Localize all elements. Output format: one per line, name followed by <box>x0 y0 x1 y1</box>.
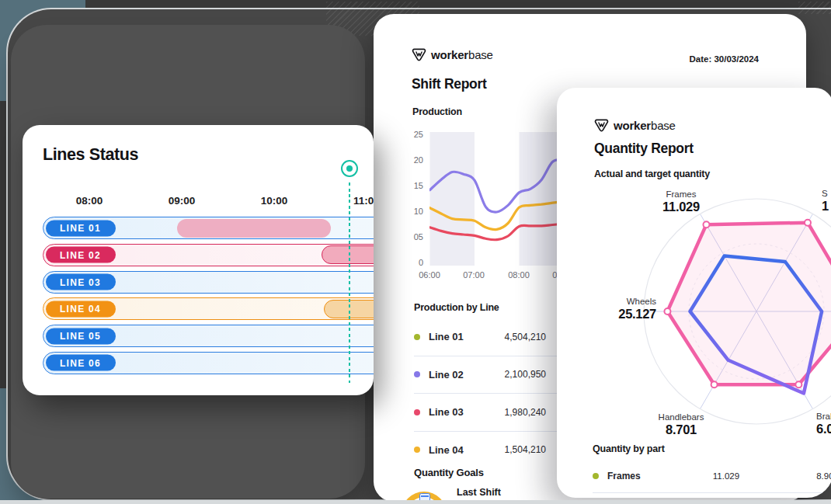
now-marker-line <box>349 182 350 383</box>
line-row[interactable]: LINE 02 <box>43 244 374 266</box>
radar-subtitle: Actual and target quantity <box>594 169 710 179</box>
report-date: Date: 30/03/2024 <box>689 54 759 64</box>
quantity-radar-chart <box>628 183 831 440</box>
y-axis-tick: 10 <box>403 207 423 216</box>
line-name: Line 03 <box>429 406 464 418</box>
part-name: Frames <box>607 471 641 481</box>
line-label-pill: LINE 05 <box>46 328 116 344</box>
workerbase-logo: workerbase <box>412 48 493 61</box>
series-dot <box>414 447 420 453</box>
line-label-pill: LINE 02 <box>46 247 116 263</box>
workerbase-logo-icon <box>412 48 426 61</box>
radar-axis-brakes: Brak 6.0 <box>816 412 831 436</box>
production-by-line-heading: Production by Line <box>414 302 499 313</box>
line-label-pill: LINE 06 <box>46 355 116 371</box>
line-row[interactable]: LINE 03 <box>43 271 374 294</box>
line-value: 1,504,210 <box>505 444 546 455</box>
production-by-line-row[interactable]: Line 014,504,210 <box>414 318 566 356</box>
line-value: 2,100,950 <box>505 369 546 380</box>
production-by-line-row[interactable]: Line 031,980,240 <box>414 394 566 432</box>
line-row[interactable]: LINE 06 <box>43 352 374 374</box>
radar-axis-frames: Frames 11.029 <box>638 189 724 214</box>
page-title: Lines Status <box>43 145 138 165</box>
divider <box>593 492 831 493</box>
radar-axis-wheels: Wheels 25.127 <box>571 297 656 322</box>
shift-report-title: Shift Report <box>412 76 487 92</box>
x-axis-tick: 08:00 <box>502 270 536 280</box>
x-axis-tick: 06:00 <box>412 270 447 280</box>
workerbase-logo-text: workerbase <box>614 119 676 132</box>
gauge-label: Last Shift <box>457 487 501 498</box>
workerbase-logo: workerbase <box>594 119 676 132</box>
series-dot <box>593 473 599 479</box>
line-name: Line 01 <box>429 331 464 342</box>
line-label-pill: LINE 03 <box>46 274 116 290</box>
quantity-report-card: workerbase Quantity Report Actual and ta… <box>557 88 831 498</box>
production-heading: Production <box>412 106 462 117</box>
x-axis-tick: 07:00 <box>457 270 491 280</box>
time-axis-label: 10:00 <box>251 195 297 207</box>
line-value: 4,504,210 <box>505 332 546 342</box>
status-block[interactable] <box>177 219 331 238</box>
now-marker[interactable] <box>341 160 358 177</box>
time-axis-label: 09:00 <box>158 195 205 207</box>
production-by-line-row[interactable]: Line 041,504,210 <box>414 432 566 469</box>
quantity-report-title: Quantity Report <box>594 141 694 157</box>
part-target-value: 8.900 <box>779 471 831 481</box>
bottom-edge-strip <box>0 500 831 504</box>
quantity-goals-heading: Quantity Goals <box>414 467 484 478</box>
y-axis-tick: 0 <box>403 258 423 267</box>
series-dot <box>414 371 420 377</box>
line-value: 1,980,240 <box>505 407 546 418</box>
hatch-texture <box>798 2 831 14</box>
line-rows: LINE 01LINE 02LINE 03LINE 04LINE 05LINE … <box>43 217 374 374</box>
production-line-chart <box>429 132 573 272</box>
quantity-by-part-heading: Quantity by part <box>593 443 665 454</box>
lines-status-card: Lines Status 08:00 09:00 10:00 11:00 LIN… <box>23 125 374 395</box>
line-row[interactable]: LINE 04 <box>43 297 374 320</box>
y-axis-tick: 20 <box>403 155 423 165</box>
y-axis-tick: 25 <box>403 130 423 139</box>
y-axis-tick: 15 <box>403 181 423 190</box>
line-label-pill: LINE 01 <box>46 220 116 236</box>
time-axis-label: 11:00 <box>343 195 374 207</box>
y-axis-tick: 05 <box>403 232 423 242</box>
workerbase-logo-icon <box>594 119 609 132</box>
workerbase-logo-text: workerbase <box>431 48 493 61</box>
series-dot <box>414 334 420 340</box>
stage: workerbase Date: 30/03/2024 Shift Report… <box>0 0 831 504</box>
radar-axis-clipped-right-top: S 1 <box>822 189 831 214</box>
production-by-line-row[interactable]: Line 022,100,950 <box>414 356 566 395</box>
status-block[interactable] <box>322 245 374 264</box>
production-by-line-list: Line 014,504,210Line 022,100,950Line 031… <box>414 318 566 468</box>
line-name: Line 02 <box>429 369 464 381</box>
line-label-pill: LINE 04 <box>46 301 116 317</box>
line-row[interactable]: LINE 05 <box>43 325 374 347</box>
radar-axis-handlebars: Handlebars 8.701 <box>638 412 724 437</box>
part-actual-value: 11.029 <box>691 471 761 481</box>
time-axis-label: 08:00 <box>66 195 113 207</box>
line-name: Line 04 <box>429 444 464 456</box>
part-row[interactable]: Frames 11.029 8.900 <box>593 465 826 487</box>
series-dot <box>414 409 420 415</box>
line-row[interactable]: LINE 01 <box>43 217 374 239</box>
